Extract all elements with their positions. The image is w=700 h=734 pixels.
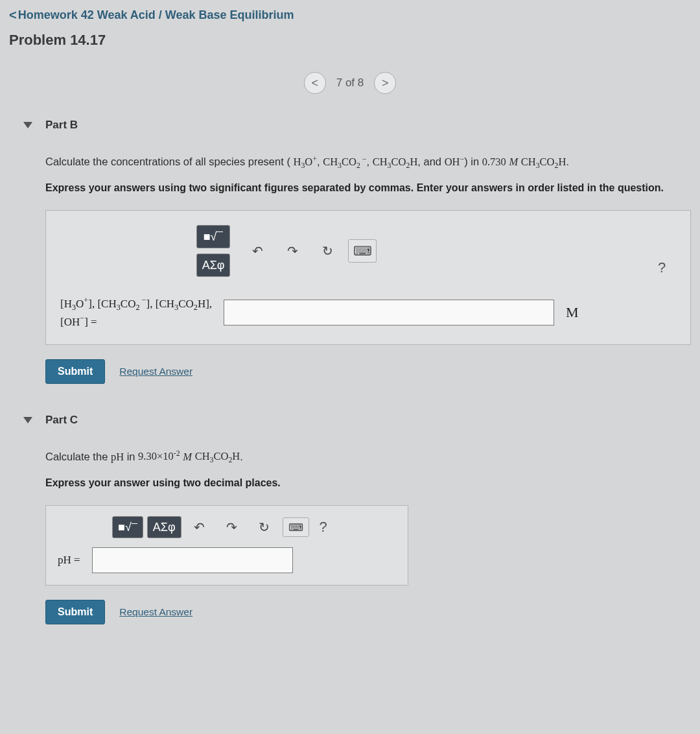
help-icon: ?: [319, 519, 327, 536]
part-c-actions: Submit Request Answer: [45, 600, 691, 624]
concentration-unit: M: [183, 450, 192, 462]
part-c-toolbar: ■√ ΑΣφ ↶ ↷ ↻ ⌨ ?: [58, 516, 396, 538]
redo-icon: ↷: [226, 519, 237, 535]
part-b-request-answer-link[interactable]: Request Answer: [119, 366, 192, 377]
undo-button[interactable]: ↶: [185, 516, 214, 538]
reset-icon: ↻: [322, 243, 333, 259]
part-b-prompt: Calculate the concentrations of all spec…: [45, 152, 691, 171]
greek-label: ΑΣφ: [202, 259, 225, 272]
keyboard-icon: ⌨: [353, 243, 372, 259]
part-b-answer-input[interactable]: [224, 300, 554, 326]
species-ch3co2minus: CH3CO2 −: [323, 156, 366, 168]
prompt-mid: in: [124, 450, 138, 462]
collapse-icon: [23, 122, 32, 128]
greek-button[interactable]: ΑΣφ: [147, 516, 181, 538]
part-c-instructions: Express your answer using two decimal pl…: [45, 475, 691, 491]
answer-eq: =: [71, 554, 80, 566]
pager: < 7 of 8 >: [9, 72, 691, 94]
part-c-answer-row: pH =: [58, 547, 396, 573]
undo-icon: ↶: [194, 519, 205, 535]
part-b-section: Part B Calculate the concentrations of a…: [9, 116, 691, 384]
templates-button[interactable]: ■√: [196, 225, 231, 248]
species-ohminus: OH−: [445, 156, 465, 168]
ph-label: pH: [58, 554, 71, 566]
greek-label: ΑΣφ: [153, 521, 176, 534]
chevron-left-icon: <: [311, 77, 318, 90]
part-b-title: Part B: [45, 119, 78, 132]
pager-text: 7 of 8: [336, 77, 364, 89]
ph-word: pH: [111, 450, 124, 462]
concentration-value: 0.730: [482, 156, 506, 168]
part-c-answer-input[interactable]: [92, 547, 293, 573]
redo-icon: ↷: [287, 243, 298, 259]
part-c-request-answer-link[interactable]: Request Answer: [119, 606, 192, 618]
back-link[interactable]: < Homework 42 Weak Acid / Weak Base Equi…: [9, 8, 294, 23]
next-button[interactable]: >: [374, 72, 396, 94]
undo-icon: ↶: [252, 243, 263, 259]
help-button[interactable]: ?: [651, 256, 672, 279]
greek-button[interactable]: ΑΣφ: [196, 254, 231, 277]
answer-lhs: pH =: [58, 552, 80, 568]
undo-button[interactable]: ↶: [243, 239, 272, 263]
part-c-prompt: Calculate the pH in 9.30×10-2 M CH3CO2H.: [45, 447, 691, 466]
species-h3o: H3O+: [293, 156, 316, 168]
part-b-unit: M: [566, 304, 579, 321]
reset-icon: ↻: [259, 519, 270, 535]
problem-title: Problem 14.17: [9, 32, 691, 49]
keyboard-button[interactable]: ⌨: [283, 517, 309, 537]
part-b-actions: Submit Request Answer: [45, 359, 691, 384]
part-c-section: Part C Calculate the pH in 9.30×10-2 M C…: [9, 411, 691, 624]
part-b-instructions: Express your answers using two significa…: [45, 180, 691, 196]
root-template-icon: ■√: [204, 230, 224, 244]
answer-lhs: [H3O+], [CH3CO2 −], [CH3CO2H], [OH−] =: [60, 295, 212, 330]
reset-button[interactable]: ↻: [250, 516, 279, 538]
keyboard-icon: ⌨: [288, 521, 303, 534]
species-ch3co2h: CH3CO2H: [373, 156, 418, 168]
redo-button[interactable]: ↷: [218, 516, 246, 538]
collapse-icon: [23, 417, 32, 423]
keyboard-button[interactable]: ⌨: [348, 239, 377, 263]
part-c-title: Part C: [45, 414, 78, 427]
chevron-right-icon: >: [382, 77, 389, 90]
part-c-header[interactable]: Part C: [45, 411, 691, 429]
redo-button[interactable]: ↷: [278, 239, 307, 263]
reset-button[interactable]: ↻: [313, 239, 342, 263]
part-b-answer-row: [H3O+], [CH3CO2 −], [CH3CO2H], [OH−] = M: [60, 295, 676, 330]
part-b-toolbar: ■√ ΑΣφ ↶ ↷ ↻ ⌨ ?: [60, 225, 676, 277]
concentration-value: 9.30×10-2: [138, 450, 180, 462]
part-b-answer-box: ■√ ΑΣφ ↶ ↷ ↻ ⌨ ?: [45, 210, 691, 345]
prompt-text: Calculate the concentrations of all spec…: [45, 156, 290, 167]
help-icon: ?: [658, 259, 666, 276]
answer-eq: =: [88, 316, 97, 328]
part-c-submit-button[interactable]: Submit: [45, 600, 105, 624]
concentration-unit: M: [509, 156, 518, 168]
prompt-mid: ) in: [464, 156, 482, 167]
chevron-left-icon: <: [9, 8, 17, 23]
back-link-label: Homework 42 Weak Acid / Weak Base Equili…: [18, 8, 294, 22]
root-template-icon: ■√: [118, 521, 137, 534]
part-b-submit-button[interactable]: Submit: [45, 359, 105, 384]
help-button[interactable]: ?: [313, 516, 334, 538]
prev-button[interactable]: <: [304, 72, 326, 94]
part-b-header[interactable]: Part B: [45, 116, 691, 134]
prompt-text: Calculate the: [45, 450, 111, 462]
solution-species: CH3CO2H: [521, 156, 566, 168]
templates-button[interactable]: ■√: [112, 516, 143, 538]
part-c-answer-box: ■√ ΑΣφ ↶ ↷ ↻ ⌨ ? pH =: [45, 505, 408, 586]
species-ch3co2h: CH3CO2H: [195, 450, 240, 462]
